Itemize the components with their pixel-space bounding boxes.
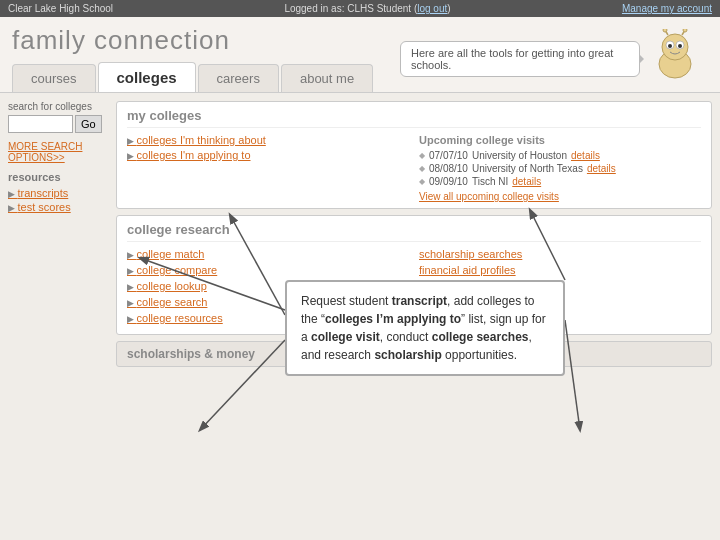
thinking-about-link[interactable]: colleges I'm thinking about bbox=[127, 134, 409, 146]
svg-point-9 bbox=[683, 29, 687, 32]
my-colleges-right: Upcoming college visits 07/07/10 Univers… bbox=[419, 134, 701, 202]
tooltip-bold4: college searches bbox=[432, 330, 529, 344]
college-research-title: college research bbox=[127, 222, 701, 242]
svg-point-4 bbox=[668, 44, 672, 48]
tooltip-bold1: transcript bbox=[392, 294, 447, 308]
site-title: family connection bbox=[12, 25, 375, 56]
header: family connection courses colleges caree… bbox=[0, 17, 720, 93]
visit-name-1: University of Houston bbox=[472, 150, 567, 161]
resources-section: resources transcripts test scores bbox=[8, 171, 108, 213]
resources-title: resources bbox=[8, 171, 108, 183]
mascot bbox=[648, 29, 708, 84]
financial-aid-link[interactable]: financial aid profiles bbox=[419, 264, 701, 276]
tab-about-me[interactable]: about me bbox=[281, 64, 373, 92]
visit-name-3: Tisch NI bbox=[472, 176, 508, 187]
svg-point-5 bbox=[678, 44, 682, 48]
tooltip-bold2: colleges I’m applying to bbox=[325, 312, 461, 326]
svg-point-7 bbox=[663, 29, 667, 32]
header-left: family connection courses colleges caree… bbox=[12, 25, 375, 92]
search-box: search for colleges Go bbox=[8, 101, 108, 133]
nav-tabs: courses colleges careers about me bbox=[12, 62, 375, 92]
scholarship-searches-link[interactable]: scholarship searches bbox=[419, 248, 701, 260]
my-colleges-body: colleges I'm thinking about colleges I'm… bbox=[127, 134, 701, 202]
header-right: Here are all the tools for getting into … bbox=[400, 25, 708, 90]
more-search-link[interactable]: MORE SEARCH OPTIONS>> bbox=[8, 141, 82, 163]
visit-name-2: University of North Texas bbox=[472, 163, 583, 174]
visit-link-3[interactable]: details bbox=[512, 176, 541, 187]
top-bar: Clear Lake High School Logged in as: CLH… bbox=[0, 0, 720, 17]
visit-date-3: 09/09/10 bbox=[429, 176, 468, 187]
visit-item-1: 07/07/10 University of Houston details bbox=[419, 150, 701, 161]
college-match-link[interactable]: college match bbox=[127, 248, 409, 260]
school-name: Clear Lake High School bbox=[8, 3, 113, 14]
logged-in-text: Logged in as: CLHS Student (log out) bbox=[284, 3, 450, 14]
search-input[interactable] bbox=[8, 115, 73, 133]
search-label: search for colleges bbox=[8, 101, 108, 112]
applying-to-link[interactable]: colleges I'm applying to bbox=[127, 149, 409, 161]
visit-link-2[interactable]: details bbox=[587, 163, 616, 174]
my-colleges-title: my colleges bbox=[127, 108, 701, 128]
manage-account-link[interactable]: Manage my account bbox=[622, 3, 712, 14]
tooltip-text4: , conduct bbox=[380, 330, 432, 344]
tab-courses[interactable]: courses bbox=[12, 64, 96, 92]
tooltip-bold5: scholarship bbox=[374, 348, 441, 362]
visit-link-1[interactable]: details bbox=[571, 150, 600, 161]
search-button[interactable]: Go bbox=[75, 115, 102, 133]
my-colleges-section: my colleges colleges I'm thinking about … bbox=[116, 101, 712, 209]
tooltip-text-before: Request student bbox=[301, 294, 392, 308]
upcoming-title: Upcoming college visits bbox=[419, 134, 701, 146]
view-all-visits-link[interactable]: View all upcoming college visits bbox=[419, 191, 701, 202]
visit-item-2: 08/08/10 University of North Texas detai… bbox=[419, 163, 701, 174]
scholarships-title: scholarships & money bbox=[127, 347, 255, 361]
sidebar: search for colleges Go MORE SEARCH OPTIO… bbox=[8, 101, 108, 535]
tooltip-text6: opportunities. bbox=[442, 348, 517, 362]
visit-item-3: 09/09/10 Tisch NI details bbox=[419, 176, 701, 187]
tab-colleges[interactable]: colleges bbox=[98, 62, 196, 92]
more-link: MORE SEARCH OPTIONS>> bbox=[8, 141, 108, 163]
speech-bubble: Here are all the tools for getting into … bbox=[400, 41, 640, 77]
college-compare-link[interactable]: college compare bbox=[127, 264, 409, 276]
visit-date-1: 07/07/10 bbox=[429, 150, 468, 161]
sidebar-transcripts-link[interactable]: transcripts bbox=[8, 187, 108, 199]
sidebar-test-scores-link[interactable]: test scores bbox=[8, 201, 108, 213]
tooltip-bold3: college visit bbox=[311, 330, 380, 344]
svg-point-1 bbox=[662, 34, 688, 60]
search-row: Go bbox=[8, 115, 108, 133]
visit-date-2: 08/08/10 bbox=[429, 163, 468, 174]
tab-careers[interactable]: careers bbox=[198, 64, 279, 92]
logout-link[interactable]: log out bbox=[417, 3, 447, 14]
my-colleges-left: colleges I'm thinking about colleges I'm… bbox=[127, 134, 409, 202]
tooltip-box: Request student transcript, add colleges… bbox=[285, 280, 565, 376]
